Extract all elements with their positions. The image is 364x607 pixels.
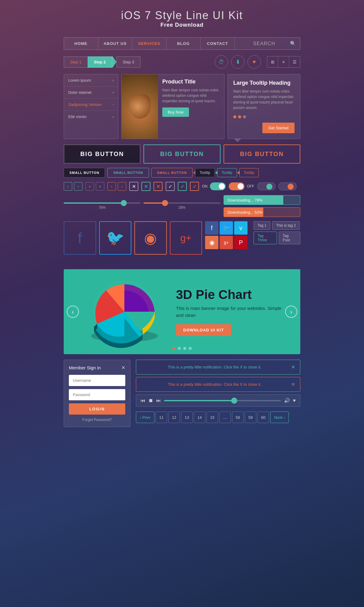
notification-teal-text: This is a pretty little notification. Cl… bbox=[141, 365, 288, 369]
banner-dot-1[interactable] bbox=[172, 347, 175, 350]
sidebar-item-elitr[interactable]: Elitr minim › bbox=[64, 111, 118, 123]
prev-arrow-teal[interactable]: ‹ bbox=[64, 182, 72, 191]
search-icon: 🔍 bbox=[290, 41, 296, 46]
tooltip-teal-label: Tooltip bbox=[222, 171, 232, 175]
slider-toggle-teal[interactable] bbox=[257, 182, 275, 190]
tag-2[interactable]: This is tag 2 bbox=[272, 221, 300, 230]
banner-dot-4[interactable] bbox=[189, 347, 192, 350]
audio-thumb[interactable] bbox=[231, 398, 237, 404]
username-input[interactable] bbox=[69, 375, 125, 386]
facebook-large-icon[interactable]: f bbox=[64, 221, 96, 255]
page-title: iOS 7 Style Line UI Kit bbox=[64, 9, 300, 22]
checkbox-x-dark[interactable]: ✕ bbox=[129, 182, 138, 191]
sidebar-item-dolor[interactable]: Dolor sitamet › bbox=[64, 86, 118, 99]
password-input[interactable] bbox=[69, 389, 125, 400]
twitter-large-icon[interactable]: 🐦 bbox=[99, 221, 132, 255]
step-3[interactable]: Step 3 bbox=[116, 56, 141, 68]
banner-dot-3[interactable] bbox=[183, 347, 186, 350]
rewind-button[interactable]: ⏮ bbox=[140, 398, 145, 403]
page-13[interactable]: 13 bbox=[181, 412, 193, 423]
nav-bar: HOME ABOUT US SERVICES BLOG CONTACT SEAR… bbox=[64, 37, 300, 50]
heart-audio-icon[interactable]: ♥ bbox=[293, 398, 296, 403]
big-button-teal[interactable]: BIG BUTTON bbox=[143, 144, 220, 164]
tag-4[interactable]: Tag Four bbox=[279, 232, 300, 244]
nav-search[interactable]: SEARCH 🔍 bbox=[235, 38, 300, 49]
forward-button[interactable]: ⏭ bbox=[156, 398, 161, 403]
small-button-orange[interactable]: SMALL BUTTON bbox=[151, 168, 193, 178]
big-button-orange[interactable]: BIG BUTTON bbox=[224, 144, 300, 164]
sg-twitter-icon[interactable]: 🐦 bbox=[220, 221, 233, 235]
notifications-col: This is a pretty little notification. Cl… bbox=[136, 360, 300, 427]
buy-now-button[interactable]: Buy Now bbox=[162, 107, 189, 117]
small-button-teal[interactable]: SMALL BUTTON bbox=[107, 168, 149, 178]
nav-item-contact[interactable]: CONTACT bbox=[201, 38, 235, 49]
prev-arrow-orange[interactable]: ‹ bbox=[107, 182, 116, 191]
orange-slider-thumb[interactable] bbox=[162, 200, 168, 206]
step-1[interactable]: Step 1 bbox=[64, 56, 88, 68]
login-button[interactable]: LOGIN bbox=[69, 403, 125, 415]
next-arrow-dark[interactable]: › bbox=[96, 182, 104, 191]
next-arrow-teal[interactable]: › bbox=[74, 182, 83, 191]
sg-googleplus-icon[interactable]: g+ bbox=[220, 236, 233, 249]
checkbox-check-teal[interactable]: ✓ bbox=[178, 182, 187, 191]
audio-track[interactable] bbox=[164, 400, 281, 401]
rss-large-icon[interactable]: ◉ bbox=[134, 221, 167, 255]
toggle-on-switch[interactable] bbox=[210, 182, 226, 190]
page-ellipsis: .... bbox=[219, 412, 231, 423]
checkbox-check-orange[interactable]: ✓ bbox=[190, 182, 199, 191]
small-button-dark[interactable]: SMALL BUTTON bbox=[64, 168, 105, 178]
page-14[interactable]: 14 bbox=[194, 412, 205, 423]
forgot-password-link[interactable]: Forget Password? bbox=[69, 418, 125, 422]
notification-orange-close[interactable]: ✕ bbox=[291, 381, 295, 387]
toggle-off-switch[interactable] bbox=[229, 182, 244, 190]
next-arrow-orange[interactable]: › bbox=[118, 182, 126, 191]
sidebar-item-sadipscing[interactable]: Sadipscing Veniam › bbox=[64, 99, 118, 111]
page-12[interactable]: 12 bbox=[168, 412, 180, 423]
grid-view-btn[interactable]: ⊞ bbox=[267, 56, 278, 67]
banner-prev-button[interactable]: ‹ bbox=[67, 306, 79, 318]
tag-1[interactable]: Tag 1 bbox=[254, 221, 270, 230]
prev-arrow-dark[interactable]: ‹ bbox=[86, 182, 94, 191]
heart-icon-btn[interactable]: ♥ bbox=[248, 55, 261, 69]
googleplus-large-icon[interactable]: g+ bbox=[170, 221, 202, 255]
page-59[interactable]: 59 bbox=[245, 412, 256, 423]
notification-teal-close[interactable]: ✕ bbox=[291, 364, 295, 370]
menu-view-btn[interactable]: ☰ bbox=[289, 56, 300, 67]
download-button[interactable]: DOWNLOAD UI KIT bbox=[176, 324, 231, 336]
nav-item-services[interactable]: SERVICES bbox=[132, 38, 167, 49]
content-row: Lorem ipsum › Dolor sitamet › Sadipscing… bbox=[64, 74, 300, 139]
nav-item-home[interactable]: HOME bbox=[64, 38, 98, 49]
checkbox-x-orange[interactable]: ✕ bbox=[153, 182, 163, 191]
sg-pinterest-icon[interactable]: P bbox=[234, 236, 248, 249]
list-view-btn[interactable]: ≡ bbox=[278, 56, 289, 67]
teal-slider-thumb[interactable] bbox=[121, 200, 127, 206]
pot-shape bbox=[129, 94, 150, 119]
checkbox-x-teal[interactable]: ✕ bbox=[141, 182, 150, 191]
page-60[interactable]: 60 bbox=[258, 412, 269, 423]
nav-item-blog[interactable]: BLOG bbox=[167, 38, 201, 49]
prev-page-button[interactable]: ‹ Prev bbox=[136, 412, 154, 423]
clock-icon-btn[interactable]: ⏱ bbox=[215, 55, 228, 69]
big-button-dark[interactable]: BIG BUTTON bbox=[64, 144, 140, 164]
sidebar-item-lorem[interactable]: Lorem ipsum › bbox=[64, 74, 118, 86]
volume-icon[interactable]: 🔊 bbox=[284, 398, 290, 403]
sg-rss-icon[interactable]: ◉ bbox=[205, 236, 218, 249]
step-2[interactable]: Step 2 bbox=[88, 56, 112, 68]
tag-3[interactable]: Tag Three bbox=[254, 232, 277, 244]
stop-button[interactable]: ⏹ bbox=[148, 398, 153, 403]
slider-toggle-orange[interactable] bbox=[278, 182, 297, 190]
banner-dot-2[interactable] bbox=[178, 347, 181, 350]
checkbox-check-dark[interactable]: ✓ bbox=[166, 182, 175, 191]
banner-next-button[interactable]: › bbox=[285, 306, 297, 318]
login-close-button[interactable]: ✕ bbox=[121, 365, 125, 371]
page-58[interactable]: 58 bbox=[232, 412, 244, 423]
download-icon-btn[interactable]: ⬇ bbox=[231, 55, 244, 69]
nav-item-about[interactable]: ABOUT US bbox=[98, 38, 133, 49]
page-11[interactable]: 11 bbox=[156, 412, 167, 423]
page-15[interactable]: 15 bbox=[207, 412, 218, 423]
get-started-button[interactable]: Get Started bbox=[262, 123, 295, 133]
sg-vimeo-icon[interactable]: v bbox=[234, 221, 248, 235]
sg-facebook-icon[interactable]: f bbox=[205, 221, 218, 235]
next-page-button[interactable]: Next › bbox=[270, 412, 289, 423]
toggle-off-orange: OFF bbox=[229, 182, 254, 190]
